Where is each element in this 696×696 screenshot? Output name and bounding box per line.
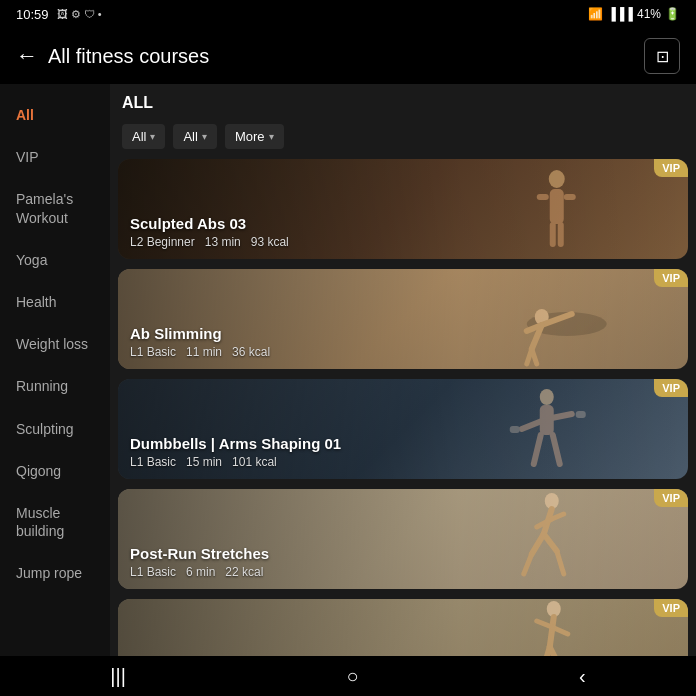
filter-row: All ▾ All ▾ More ▾	[110, 118, 696, 159]
home-nav-button[interactable]: ○	[346, 665, 358, 688]
course-info: Post-Run Stretches L1 Basic 6 min 22 kca…	[130, 545, 269, 579]
sidebar-item-health[interactable]: Health	[0, 281, 110, 323]
page-title: All fitness courses	[48, 45, 209, 68]
back-button[interactable]: ←	[16, 43, 38, 69]
course-title: Ab Slimming	[130, 325, 270, 342]
status-time: 10:59 🖼 ⚙ 🛡 •	[16, 7, 102, 22]
section-label: ALL	[110, 84, 696, 118]
filter-icon-button[interactable]: ⊡	[644, 38, 680, 74]
status-bar: 10:59 🖼 ⚙ 🛡 • 📶 ▐▐▐ 41% 🔋	[0, 0, 696, 28]
course-card-running-warmup[interactable]: VIP Running Warm-Up L1 Basic 5 min 37 kc…	[118, 599, 688, 656]
sidebar-item-pamelas[interactable]: Pamela's Workout	[0, 178, 110, 238]
course-meta: L1 Basic 15 min 101 kcal	[130, 455, 341, 469]
sidebar-item-weightloss[interactable]: Weight loss	[0, 323, 110, 365]
sidebar-item-muscle[interactable]: Muscle building	[0, 492, 110, 552]
vip-badge: VIP	[654, 159, 688, 177]
courses-list: VIP Sculpted Abs 03 L2 Beginner 13 min 9…	[110, 159, 696, 656]
sidebar-item-sculpting[interactable]: Sculpting	[0, 408, 110, 450]
course-meta: L2 Beginner 13 min 93 kcal	[130, 235, 289, 249]
status-icons: 🖼 ⚙ 🛡 •	[57, 8, 102, 21]
menu-nav-button[interactable]: |||	[110, 665, 126, 688]
sidebar-items: AllVIPPamela's WorkoutYogaHealthWeight l…	[0, 94, 110, 594]
sidebar-item-jumprope[interactable]: Jump rope	[0, 552, 110, 594]
filter-btn-more[interactable]: More ▾	[225, 124, 284, 149]
card-overlay	[118, 599, 688, 656]
course-title: Dumbbells | Arms Shaping 01	[130, 435, 341, 452]
page-header: ← All fitness courses ⊡	[0, 28, 696, 84]
wifi-icon: 📶	[588, 7, 603, 21]
course-info: Dumbbells | Arms Shaping 01 L1 Basic 15 …	[130, 435, 341, 469]
sidebar-item-running[interactable]: Running	[0, 365, 110, 407]
course-card-post-run-stretches[interactable]: VIP Post-Run Stretches L1 Basic 6 min 22…	[118, 489, 688, 589]
time-display: 10:59	[16, 7, 49, 22]
category-sidebar: AllVIPPamela's WorkoutYogaHealthWeight l…	[0, 84, 110, 656]
vip-badge: VIP	[654, 269, 688, 287]
course-info: Running Warm-Up L1 Basic 5 min 37 kcal	[130, 655, 263, 656]
signal-bars: ▐▐▐	[607, 7, 633, 21]
status-indicators: 📶 ▐▐▐ 41% 🔋	[588, 7, 680, 21]
back-nav-button[interactable]: ‹	[579, 665, 586, 688]
course-title: Running Warm-Up	[130, 655, 263, 656]
filter-btn-2[interactable]: All ▾	[173, 124, 216, 149]
course-info: Sculpted Abs 03 L2 Beginner 13 min 93 kc…	[130, 215, 289, 249]
chevron-down-icon-2: ▾	[202, 131, 207, 142]
header-left: ← All fitness courses	[16, 43, 209, 69]
course-card-ab-slimming[interactable]: VIP Ab Slimming L1 Basic 11 min 36 kcal	[118, 269, 688, 369]
sidebar-item-vip[interactable]: VIP	[0, 136, 110, 178]
main-layout: AllVIPPamela's WorkoutYogaHealthWeight l…	[0, 84, 696, 656]
chevron-down-icon: ▾	[150, 131, 155, 142]
bottom-navigation: ||| ○ ‹	[0, 656, 696, 696]
course-title: Post-Run Stretches	[130, 545, 269, 562]
battery-icon: 🔋	[665, 7, 680, 21]
course-meta: L1 Basic 11 min 36 kcal	[130, 345, 270, 359]
course-title: Sculpted Abs 03	[130, 215, 289, 232]
filter-btn-1[interactable]: All ▾	[122, 124, 165, 149]
chevron-down-icon-3: ▾	[269, 131, 274, 142]
sidebar-item-all[interactable]: All	[0, 94, 110, 136]
battery-level: 41%	[637, 7, 661, 21]
sidebar-item-qigong[interactable]: Qigong	[0, 450, 110, 492]
vip-badge: VIP	[654, 599, 688, 617]
sidebar-item-yoga[interactable]: Yoga	[0, 239, 110, 281]
course-card-dumbbells-arms[interactable]: VIP Dumbbells | Arms Shaping 01 L1 Basic…	[118, 379, 688, 479]
course-meta: L1 Basic 6 min 22 kcal	[130, 565, 269, 579]
vip-badge: VIP	[654, 379, 688, 397]
content-area: ALL All ▾ All ▾ More ▾	[110, 84, 696, 656]
vip-badge: VIP	[654, 489, 688, 507]
course-card-sculpted-abs[interactable]: VIP Sculpted Abs 03 L2 Beginner 13 min 9…	[118, 159, 688, 259]
course-info: Ab Slimming L1 Basic 11 min 36 kcal	[130, 325, 270, 359]
filter-icon: ⊡	[656, 47, 669, 66]
